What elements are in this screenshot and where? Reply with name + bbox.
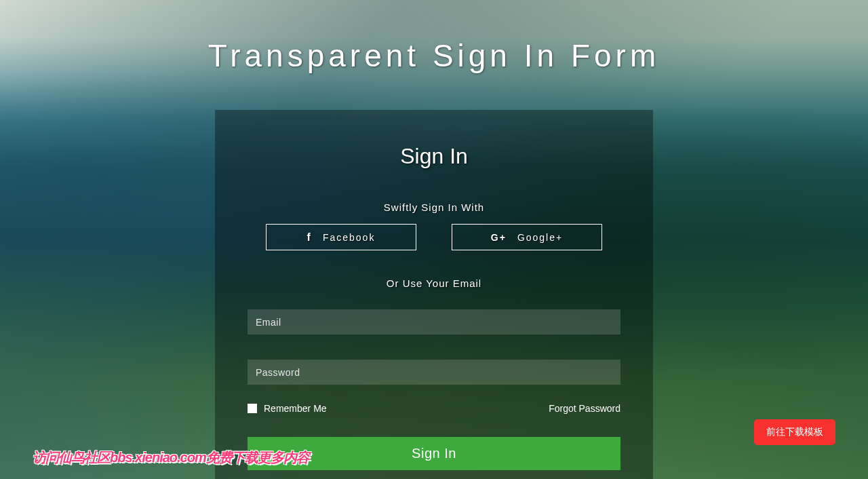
forgot-password-link[interactable]: Forgot Password	[549, 403, 620, 414]
google-button[interactable]: G+ Google+	[452, 224, 602, 250]
email-field[interactable]	[248, 309, 620, 334]
form-title: Sign In	[248, 144, 620, 169]
email-divider-label: Or Use Your Email	[248, 277, 620, 289]
remember-me-wrap: Remember Me	[248, 403, 327, 414]
page-title: Transparent Sign In Form	[0, 37, 868, 74]
facebook-label: Facebook	[323, 232, 375, 243]
facebook-button[interactable]: f Facebook	[266, 224, 416, 250]
social-buttons-row: f Facebook G+ Google+	[248, 224, 620, 250]
password-field[interactable]	[248, 360, 620, 385]
remember-me-checkbox[interactable]	[248, 404, 257, 413]
facebook-icon: f	[307, 231, 312, 244]
options-row: Remember Me Forgot Password	[248, 403, 620, 414]
google-label: Google+	[517, 232, 563, 243]
remember-me-label[interactable]: Remember Me	[264, 403, 327, 414]
swift-signin-label: Swiftly Sign In With	[248, 202, 620, 213]
watermark-text: 访问仙鸟社区bbs.xieniao.com免费下载更多内容	[33, 448, 309, 467]
google-plus-icon: G+	[491, 232, 507, 243]
signin-form-container: Sign In Swiftly Sign In With f Facebook …	[215, 110, 653, 479]
download-template-button[interactable]: 前往下载模板	[754, 419, 835, 445]
